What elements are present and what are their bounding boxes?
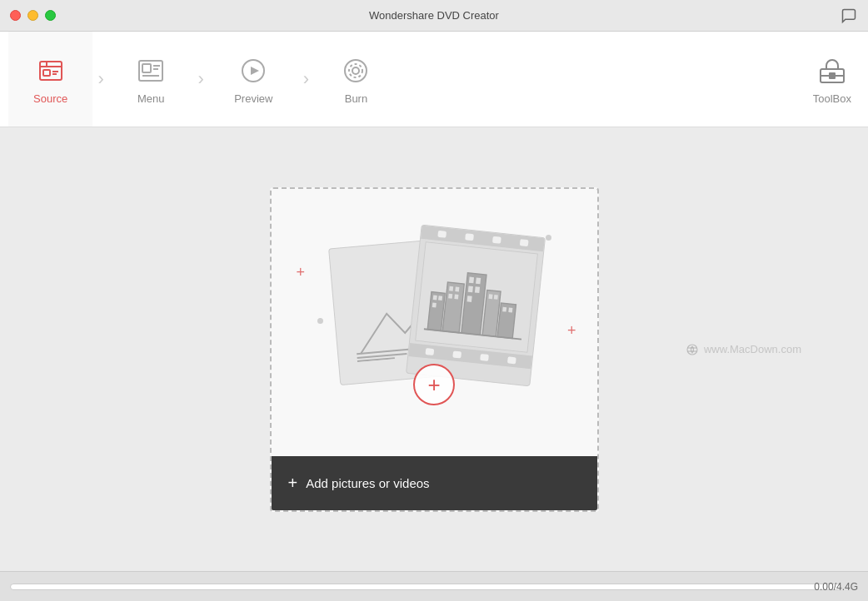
svg-rect-38 xyxy=(488,294,492,299)
close-button[interactable] xyxy=(10,10,21,21)
svg-point-13 xyxy=(345,60,367,82)
tab-menu[interactable]: Menu xyxy=(109,32,192,127)
preview-icon xyxy=(237,54,270,87)
svg-line-20 xyxy=(357,354,407,358)
svg-point-15 xyxy=(349,64,362,77)
svg-rect-27 xyxy=(449,286,453,291)
menu-icon xyxy=(134,54,167,87)
illustration: + xyxy=(326,231,542,414)
watermark: www.MacDown.com xyxy=(686,343,801,356)
svg-rect-40 xyxy=(497,303,516,339)
app-title: Wondershare DVD Creator xyxy=(369,9,499,22)
nav-bar: Source › Menu › xyxy=(0,32,868,127)
svg-rect-32 xyxy=(469,277,474,284)
storage-indicator: 0.00/4.4G xyxy=(814,581,858,593)
svg-rect-33 xyxy=(476,277,481,284)
menu-label: Menu xyxy=(137,92,165,105)
svg-rect-29 xyxy=(448,294,452,299)
svg-rect-42 xyxy=(508,307,512,312)
maximize-button[interactable] xyxy=(45,10,56,21)
svg-rect-24 xyxy=(438,296,442,300)
svg-rect-41 xyxy=(502,307,506,312)
svg-rect-26 xyxy=(442,282,464,333)
svg-point-14 xyxy=(352,67,359,74)
drop-area[interactable]: + + xyxy=(270,187,599,512)
toolbox-icon xyxy=(816,54,849,87)
bottom-bar: 0.00/4.4G xyxy=(0,571,868,601)
svg-point-44 xyxy=(687,345,697,355)
deco-circle-2 xyxy=(546,235,551,241)
toolbox-button[interactable]: ToolBox xyxy=(813,54,851,105)
svg-rect-7 xyxy=(142,64,151,72)
deco-plus-2: + xyxy=(567,322,576,340)
deco-circle-1 xyxy=(317,318,323,324)
tab-preview[interactable]: Preview xyxy=(209,32,297,127)
chevron-2: › xyxy=(192,54,209,104)
burn-label: Burn xyxy=(345,92,367,105)
svg-rect-30 xyxy=(454,295,458,300)
svg-rect-36 xyxy=(467,296,472,302)
minimize-button[interactable] xyxy=(27,10,38,21)
add-bar-plus-icon: + xyxy=(288,474,298,493)
chevron-1: › xyxy=(92,54,109,104)
tab-burn[interactable]: Burn xyxy=(314,32,397,127)
preview-label: Preview xyxy=(234,92,272,105)
title-bar: Wondershare DVD Creator xyxy=(0,0,868,32)
svg-line-21 xyxy=(357,358,395,361)
progress-bar xyxy=(10,584,841,590)
svg-rect-3 xyxy=(43,70,50,76)
toolbox-label: ToolBox xyxy=(813,92,851,105)
svg-rect-35 xyxy=(475,286,480,293)
svg-rect-28 xyxy=(455,287,459,292)
svg-marker-12 xyxy=(251,67,259,75)
nav-tabs: Source › Menu › xyxy=(8,32,397,127)
svg-rect-34 xyxy=(468,286,473,292)
svg-rect-31 xyxy=(461,273,486,335)
window-controls xyxy=(10,10,56,21)
svg-rect-39 xyxy=(494,295,498,300)
svg-rect-18 xyxy=(829,72,836,79)
svg-rect-23 xyxy=(433,295,437,300)
deco-plus-1: + xyxy=(297,264,306,281)
drop-area-media: + + xyxy=(272,189,597,456)
watermark-text: www.MacDown.com xyxy=(704,343,801,355)
source-label: Source xyxy=(33,92,67,105)
add-bar-text: Add pictures or videos xyxy=(306,476,429,490)
chat-icon[interactable] xyxy=(840,7,858,25)
add-media-circle[interactable]: + xyxy=(413,364,455,405)
main-content: + + xyxy=(0,127,868,571)
svg-rect-25 xyxy=(432,303,436,308)
add-bar[interactable]: + Add pictures or videos xyxy=(272,456,597,510)
chevron-3: › xyxy=(297,54,314,104)
tab-source[interactable]: Source xyxy=(8,32,92,127)
film-card xyxy=(406,225,546,387)
source-icon xyxy=(34,54,67,87)
burn-icon xyxy=(339,54,372,87)
